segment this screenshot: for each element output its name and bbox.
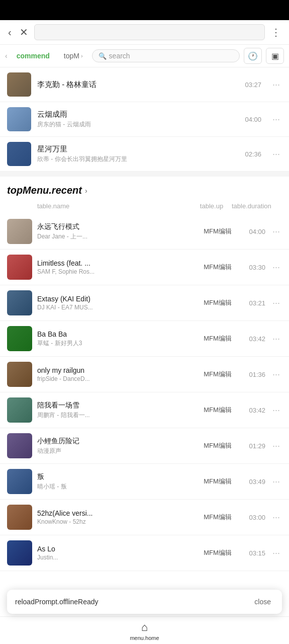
recent-song-item[interactable]: 叛 晴小瑶 - 叛 MFM编辑 03:49 ··· xyxy=(0,464,289,500)
recent-duration: 03:21 xyxy=(243,299,265,307)
recent-title: 永远飞行模式 xyxy=(37,222,192,231)
recent-thumbnail xyxy=(7,505,32,530)
tab-topmenu[interactable]: topM › xyxy=(59,49,88,62)
recent-uploader: MFM编辑 xyxy=(198,513,238,522)
recent-more-icon[interactable]: ··· xyxy=(270,333,282,345)
recent-artist: 晴小瑶 - 叛 xyxy=(37,482,192,491)
recent-more-icon[interactable]: ··· xyxy=(270,368,282,381)
song-item[interactable]: 李克勤 - 格林童话 03:27 ··· xyxy=(0,67,289,102)
th-name: table.name xyxy=(37,202,191,210)
table-header: table.name table.up table.duration xyxy=(0,200,289,214)
recent-song-item[interactable]: 永远飞行模式 Dear Jane - 上一... MFM编辑 04:00 ··· xyxy=(0,214,289,250)
recent-artist: SAM F, Sophie Ros... xyxy=(37,268,192,275)
recent-more-icon[interactable]: ··· xyxy=(270,440,282,452)
recent-song-item[interactable]: only my railgun fripSide - DanceD... MFM… xyxy=(0,357,289,392)
song-duration: 04:00 xyxy=(245,116,261,123)
search-icon: 🔍 xyxy=(99,52,107,60)
tab-left-chevron-icon: ‹ xyxy=(5,52,8,60)
song-thumbnail xyxy=(7,72,31,97)
recent-song-item[interactable]: Ba Ba Ba 草蜢 - 新好男人3 MFM编辑 03:42 ··· xyxy=(0,321,289,357)
recent-thumbnail xyxy=(7,433,32,458)
recent-more-icon[interactable]: ··· xyxy=(270,225,282,238)
recent-song-item[interactable]: Extasy (KAI Edit) DJ KAI - EA7 MUS... MF… xyxy=(0,285,289,321)
search-placeholder: search xyxy=(109,52,130,60)
recent-info: 叛 晴小瑶 - 叛 xyxy=(37,472,192,491)
th-duration: table.duration xyxy=(232,202,267,210)
recent-more-icon[interactable]: ··· xyxy=(270,511,282,524)
section-divider xyxy=(0,172,289,177)
offline-toast: reloadPrompt.offlineReady close xyxy=(7,590,282,614)
recent-duration: 01:29 xyxy=(243,442,265,450)
recent-uploader: MFM编辑 xyxy=(198,334,238,343)
recent-song-list: 永远飞行模式 Dear Jane - 上一... MFM编辑 04:00 ···… xyxy=(0,214,289,571)
recent-song-item[interactable]: 陪我看一场雪 周鹏宵 - 陪我看一... MFM编辑 03:42 ··· xyxy=(0,392,289,428)
recent-duration: 03:42 xyxy=(243,407,265,414)
tab-topmenu-chevron: › xyxy=(81,53,83,59)
recent-title: 陪我看一场雪 xyxy=(37,401,192,410)
th-up: table.up xyxy=(191,202,232,210)
recent-uploader: MFM编辑 xyxy=(198,263,238,272)
recent-more-icon[interactable]: ··· xyxy=(270,547,282,559)
recent-info: Ba Ba Ba 草蜢 - 新好男人3 xyxy=(37,330,192,348)
song-title: 星河万里 xyxy=(37,144,239,154)
recent-song-item[interactable]: Limitless (feat. ... SAM F, Sophie Ros..… xyxy=(0,250,289,285)
song-thumbnail xyxy=(7,107,31,131)
recent-uploader: MFM编辑 xyxy=(198,298,238,307)
tab-commend[interactable]: commend xyxy=(12,49,55,62)
recent-more-icon[interactable]: ··· xyxy=(270,475,282,488)
recent-artist: fripSide - DanceD... xyxy=(37,375,192,382)
close-button[interactable]: ✕ xyxy=(18,24,30,40)
recent-uploader: MFM编辑 xyxy=(198,548,238,557)
back-button[interactable]: ‹ xyxy=(6,25,14,40)
recent-thumbnail xyxy=(7,219,32,244)
recent-song-item[interactable]: 52hz(Alice versi... KnowKnow - 52hz MFM编… xyxy=(0,500,289,535)
recent-song-item[interactable]: 小鲤鱼历险记 动漫原声 MFM编辑 01:29 ··· xyxy=(0,428,289,464)
tab-bar: ‹ commend topM › 🔍 search 🕐 ▣ xyxy=(0,45,289,67)
recent-info: 小鲤鱼历险记 动漫原声 xyxy=(37,437,192,455)
toast-close-button[interactable]: close xyxy=(251,597,274,607)
recent-thumbnail xyxy=(7,362,32,387)
recent-info: only my railgun fripSide - DanceD... xyxy=(37,366,192,382)
song-item[interactable]: 星河万里 欣蒂 - 你会长出羽翼拥抱星河万里 02:36 ··· xyxy=(0,137,289,172)
recent-artist: KnowKnow - 52hz xyxy=(37,518,192,525)
recent-song-item[interactable]: As Lo Justin... MFM编辑 03:15 ··· xyxy=(0,535,289,571)
recent-info: 陪我看一场雪 周鹏宵 - 陪我看一... xyxy=(37,401,192,420)
song-item[interactable]: 云烟成雨 房东的猫 - 云烟成雨 04:00 ··· xyxy=(0,102,289,137)
song-more-icon[interactable]: ··· xyxy=(270,78,282,91)
status-bar xyxy=(0,0,289,20)
recent-uploader: MFM编辑 xyxy=(198,370,238,379)
home-button[interactable]: ⌂ menu.home xyxy=(130,621,159,641)
song-artist: 欣蒂 - 你会长出羽翼拥抱星河万里 xyxy=(37,155,239,164)
song-duration: 02:36 xyxy=(245,150,261,158)
url-bar[interactable] xyxy=(34,24,265,40)
recent-thumbnail xyxy=(7,397,32,423)
song-thumbnail xyxy=(7,142,31,166)
song-artist: 房东的猫 - 云烟成雨 xyxy=(37,120,239,129)
song-more-icon[interactable]: ··· xyxy=(270,113,282,126)
recent-title: 小鲤鱼历险记 xyxy=(37,437,192,446)
song-title: 李克勤 - 格林童话 xyxy=(37,80,239,90)
recent-artist: 周鹏宵 - 陪我看一... xyxy=(37,411,192,420)
recent-more-icon[interactable]: ··· xyxy=(270,261,282,274)
recent-info: 永远飞行模式 Dear Jane - 上一... xyxy=(37,222,192,241)
recent-uploader: MFM编辑 xyxy=(198,406,238,415)
recent-duration: 03:00 xyxy=(243,514,265,521)
song-more-icon[interactable]: ··· xyxy=(270,148,282,160)
recent-artist: Justin... xyxy=(37,554,192,561)
recent-info: As Lo Justin... xyxy=(37,545,192,561)
recent-thumbnail xyxy=(7,326,32,351)
history-button[interactable]: 🕐 xyxy=(244,48,262,64)
recent-info: Extasy (KAI Edit) DJ KAI - EA7 MUS... xyxy=(37,295,192,311)
recent-more-icon[interactable]: ··· xyxy=(270,297,282,309)
more-button[interactable]: ⋮ xyxy=(269,24,283,40)
recent-info: Limitless (feat. ... SAM F, Sophie Ros..… xyxy=(37,259,192,275)
recent-title: only my railgun xyxy=(37,366,192,374)
recent-artist: DJ KAI - EA7 MUS... xyxy=(37,304,192,311)
top-song-list: 李克勤 - 格林童话 03:27 ··· 云烟成雨 房东的猫 - 云烟成雨 04… xyxy=(0,67,289,172)
recent-title: Extasy (KAI Edit) xyxy=(37,295,192,303)
display-button[interactable]: ▣ xyxy=(266,48,284,64)
home-label: menu.home xyxy=(130,635,159,641)
recent-more-icon[interactable]: ··· xyxy=(270,404,282,417)
recent-title: Limitless (feat. ... xyxy=(37,259,192,267)
search-bar[interactable]: 🔍 search xyxy=(92,49,240,62)
